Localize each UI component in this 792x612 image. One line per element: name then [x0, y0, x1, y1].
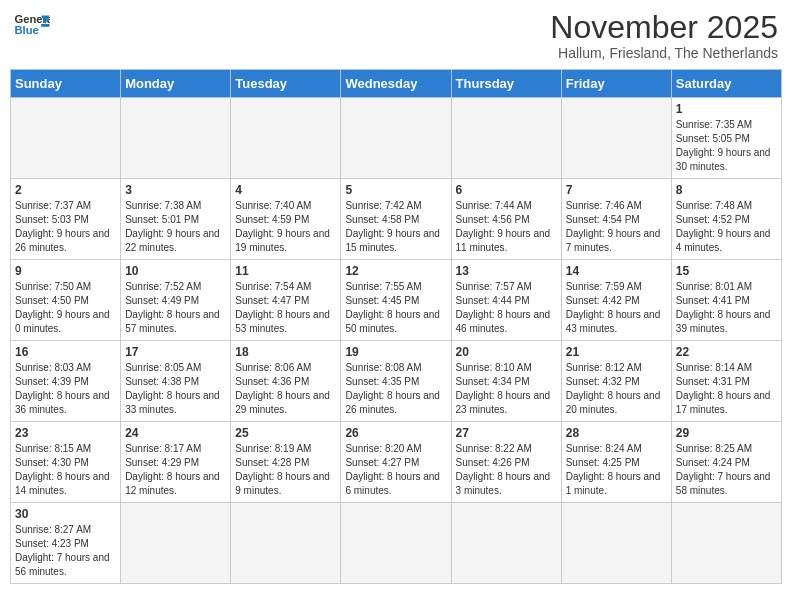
- day-info: Sunrise: 7:40 AM Sunset: 4:59 PM Dayligh…: [235, 199, 336, 255]
- day-number: 12: [345, 264, 446, 278]
- header-saturday: Saturday: [671, 70, 781, 98]
- day-info: Sunrise: 8:14 AM Sunset: 4:31 PM Dayligh…: [676, 361, 777, 417]
- day-info: Sunrise: 8:06 AM Sunset: 4:36 PM Dayligh…: [235, 361, 336, 417]
- day-number: 5: [345, 183, 446, 197]
- day-info: Sunrise: 7:59 AM Sunset: 4:42 PM Dayligh…: [566, 280, 667, 336]
- logo: General Blue: [14, 10, 50, 38]
- day-number: 15: [676, 264, 777, 278]
- day-info: Sunrise: 7:55 AM Sunset: 4:45 PM Dayligh…: [345, 280, 446, 336]
- calendar-day-cell: [451, 98, 561, 179]
- calendar-day-cell: [231, 503, 341, 584]
- day-number: 25: [235, 426, 336, 440]
- calendar-day-cell: [121, 98, 231, 179]
- day-info: Sunrise: 7:38 AM Sunset: 5:01 PM Dayligh…: [125, 199, 226, 255]
- calendar-day-cell: 19Sunrise: 8:08 AM Sunset: 4:35 PM Dayli…: [341, 341, 451, 422]
- calendar-day-cell: 27Sunrise: 8:22 AM Sunset: 4:26 PM Dayli…: [451, 422, 561, 503]
- calendar-day-cell: 18Sunrise: 8:06 AM Sunset: 4:36 PM Dayli…: [231, 341, 341, 422]
- calendar-day-cell: 6Sunrise: 7:44 AM Sunset: 4:56 PM Daylig…: [451, 179, 561, 260]
- header-wednesday: Wednesday: [341, 70, 451, 98]
- calendar-day-cell: [341, 503, 451, 584]
- calendar-day-cell: 4Sunrise: 7:40 AM Sunset: 4:59 PM Daylig…: [231, 179, 341, 260]
- calendar-day-cell: [671, 503, 781, 584]
- calendar-day-cell: 2Sunrise: 7:37 AM Sunset: 5:03 PM Daylig…: [11, 179, 121, 260]
- day-info: Sunrise: 8:15 AM Sunset: 4:30 PM Dayligh…: [15, 442, 116, 498]
- day-number: 20: [456, 345, 557, 359]
- day-number: 11: [235, 264, 336, 278]
- header-friday: Friday: [561, 70, 671, 98]
- calendar-day-cell: 29Sunrise: 8:25 AM Sunset: 4:24 PM Dayli…: [671, 422, 781, 503]
- day-info: Sunrise: 8:05 AM Sunset: 4:38 PM Dayligh…: [125, 361, 226, 417]
- day-info: Sunrise: 8:01 AM Sunset: 4:41 PM Dayligh…: [676, 280, 777, 336]
- day-info: Sunrise: 8:27 AM Sunset: 4:23 PM Dayligh…: [15, 523, 116, 579]
- day-info: Sunrise: 8:08 AM Sunset: 4:35 PM Dayligh…: [345, 361, 446, 417]
- header-thursday: Thursday: [451, 70, 561, 98]
- calendar-day-cell: 3Sunrise: 7:38 AM Sunset: 5:01 PM Daylig…: [121, 179, 231, 260]
- calendar-day-cell: [561, 98, 671, 179]
- calendar-day-cell: 26Sunrise: 8:20 AM Sunset: 4:27 PM Dayli…: [341, 422, 451, 503]
- calendar-day-cell: [451, 503, 561, 584]
- day-number: 1: [676, 102, 777, 116]
- calendar-header-row: SundayMondayTuesdayWednesdayThursdayFrid…: [11, 70, 782, 98]
- calendar-day-cell: 7Sunrise: 7:46 AM Sunset: 4:54 PM Daylig…: [561, 179, 671, 260]
- calendar-day-cell: 11Sunrise: 7:54 AM Sunset: 4:47 PM Dayli…: [231, 260, 341, 341]
- day-info: Sunrise: 7:54 AM Sunset: 4:47 PM Dayligh…: [235, 280, 336, 336]
- calendar-day-cell: 8Sunrise: 7:48 AM Sunset: 4:52 PM Daylig…: [671, 179, 781, 260]
- day-info: Sunrise: 8:12 AM Sunset: 4:32 PM Dayligh…: [566, 361, 667, 417]
- calendar-day-cell: 28Sunrise: 8:24 AM Sunset: 4:25 PM Dayli…: [561, 422, 671, 503]
- day-info: Sunrise: 8:24 AM Sunset: 4:25 PM Dayligh…: [566, 442, 667, 498]
- day-number: 29: [676, 426, 777, 440]
- day-info: Sunrise: 8:17 AM Sunset: 4:29 PM Dayligh…: [125, 442, 226, 498]
- calendar-table: SundayMondayTuesdayWednesdayThursdayFrid…: [10, 69, 782, 584]
- calendar-day-cell: 5Sunrise: 7:42 AM Sunset: 4:58 PM Daylig…: [341, 179, 451, 260]
- calendar-day-cell: 17Sunrise: 8:05 AM Sunset: 4:38 PM Dayli…: [121, 341, 231, 422]
- day-info: Sunrise: 7:42 AM Sunset: 4:58 PM Dayligh…: [345, 199, 446, 255]
- calendar-day-cell: 16Sunrise: 8:03 AM Sunset: 4:39 PM Dayli…: [11, 341, 121, 422]
- day-info: Sunrise: 8:25 AM Sunset: 4:24 PM Dayligh…: [676, 442, 777, 498]
- calendar-day-cell: 24Sunrise: 8:17 AM Sunset: 4:29 PM Dayli…: [121, 422, 231, 503]
- calendar-week-row: 23Sunrise: 8:15 AM Sunset: 4:30 PM Dayli…: [11, 422, 782, 503]
- day-number: 22: [676, 345, 777, 359]
- day-info: Sunrise: 8:03 AM Sunset: 4:39 PM Dayligh…: [15, 361, 116, 417]
- day-info: Sunrise: 7:46 AM Sunset: 4:54 PM Dayligh…: [566, 199, 667, 255]
- calendar-week-row: 1Sunrise: 7:35 AM Sunset: 5:05 PM Daylig…: [11, 98, 782, 179]
- day-info: Sunrise: 7:57 AM Sunset: 4:44 PM Dayligh…: [456, 280, 557, 336]
- day-number: 19: [345, 345, 446, 359]
- day-number: 2: [15, 183, 116, 197]
- calendar-day-cell: [231, 98, 341, 179]
- calendar-day-cell: 12Sunrise: 7:55 AM Sunset: 4:45 PM Dayli…: [341, 260, 451, 341]
- calendar-week-row: 30Sunrise: 8:27 AM Sunset: 4:23 PM Dayli…: [11, 503, 782, 584]
- calendar-day-cell: 25Sunrise: 8:19 AM Sunset: 4:28 PM Dayli…: [231, 422, 341, 503]
- day-number: 6: [456, 183, 557, 197]
- day-info: Sunrise: 8:10 AM Sunset: 4:34 PM Dayligh…: [456, 361, 557, 417]
- calendar-day-cell: 13Sunrise: 7:57 AM Sunset: 4:44 PM Dayli…: [451, 260, 561, 341]
- calendar-day-cell: 22Sunrise: 8:14 AM Sunset: 4:31 PM Dayli…: [671, 341, 781, 422]
- header-monday: Monday: [121, 70, 231, 98]
- day-number: 10: [125, 264, 226, 278]
- calendar-week-row: 16Sunrise: 8:03 AM Sunset: 4:39 PM Dayli…: [11, 341, 782, 422]
- day-number: 28: [566, 426, 667, 440]
- day-number: 27: [456, 426, 557, 440]
- day-info: Sunrise: 7:35 AM Sunset: 5:05 PM Dayligh…: [676, 118, 777, 174]
- day-number: 24: [125, 426, 226, 440]
- day-number: 7: [566, 183, 667, 197]
- calendar-day-cell: [11, 98, 121, 179]
- calendar-week-row: 2Sunrise: 7:37 AM Sunset: 5:03 PM Daylig…: [11, 179, 782, 260]
- day-number: 13: [456, 264, 557, 278]
- day-number: 16: [15, 345, 116, 359]
- day-info: Sunrise: 8:22 AM Sunset: 4:26 PM Dayligh…: [456, 442, 557, 498]
- calendar-week-row: 9Sunrise: 7:50 AM Sunset: 4:50 PM Daylig…: [11, 260, 782, 341]
- day-number: 9: [15, 264, 116, 278]
- calendar-day-cell: 14Sunrise: 7:59 AM Sunset: 4:42 PM Dayli…: [561, 260, 671, 341]
- day-info: Sunrise: 7:52 AM Sunset: 4:49 PM Dayligh…: [125, 280, 226, 336]
- calendar-day-cell: [121, 503, 231, 584]
- header: General Blue November 2025 Hallum, Fries…: [10, 10, 782, 61]
- day-info: Sunrise: 7:44 AM Sunset: 4:56 PM Dayligh…: [456, 199, 557, 255]
- calendar-day-cell: 23Sunrise: 8:15 AM Sunset: 4:30 PM Dayli…: [11, 422, 121, 503]
- day-info: Sunrise: 8:19 AM Sunset: 4:28 PM Dayligh…: [235, 442, 336, 498]
- day-number: 26: [345, 426, 446, 440]
- svg-text:Blue: Blue: [15, 24, 39, 36]
- calendar-day-cell: [561, 503, 671, 584]
- svg-rect-3: [41, 24, 49, 27]
- calendar-day-cell: [341, 98, 451, 179]
- calendar-day-cell: 30Sunrise: 8:27 AM Sunset: 4:23 PM Dayli…: [11, 503, 121, 584]
